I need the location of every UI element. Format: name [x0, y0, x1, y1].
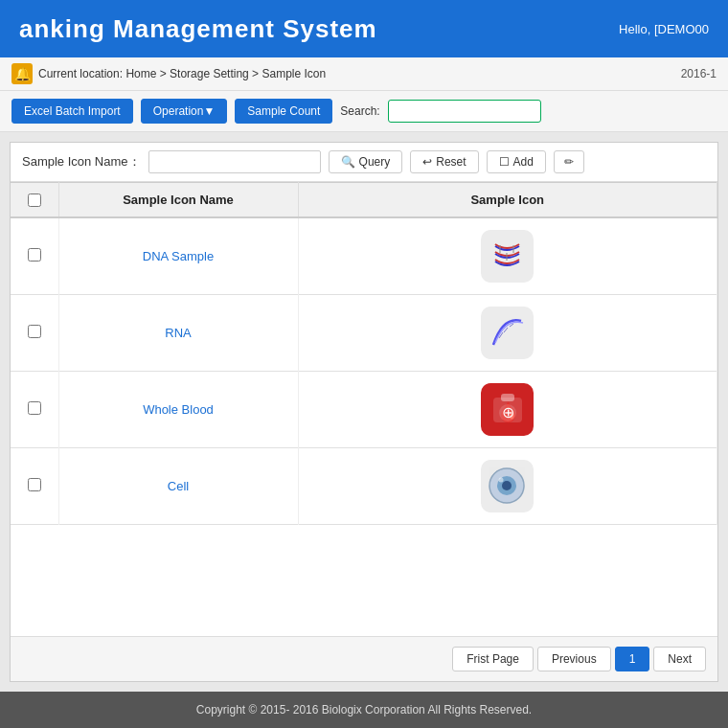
sample-icon-name-input[interactable] [148, 150, 321, 173]
app-header: anking Management System Hello, [DEMO00 [0, 0, 728, 57]
bell-icon: 🔔 [11, 63, 33, 84]
row-checkbox-cell [11, 372, 58, 448]
operation-button[interactable]: Operation▼ [141, 99, 228, 124]
row-icon-cell [298, 295, 717, 372]
row-icon-cell [298, 217, 717, 295]
next-button[interactable]: Next [653, 647, 706, 671]
col-checkbox [11, 183, 58, 218]
search-icon: 🔍 [341, 155, 355, 169]
row-name: Whole Blood [58, 372, 298, 448]
table-row: RNA [11, 295, 717, 372]
footer: Copyright © 2015- 2016 Biologix Corporat… [0, 692, 728, 728]
query-label: Query [359, 155, 391, 169]
search-input[interactable] [388, 100, 541, 123]
row-checkbox-cell [11, 217, 58, 295]
row-checkbox-cell [11, 448, 58, 525]
row-name: Cell [58, 448, 298, 525]
col-name-header: Sample Icon Name [58, 183, 298, 218]
add-button[interactable]: ☐ Add [487, 150, 546, 173]
filter-bar: Sample Icon Name： 🔍 Query ↩ Reset ☐ Add … [11, 143, 717, 182]
reset-icon: ↩ [422, 155, 432, 169]
row-checkbox[interactable] [28, 401, 41, 415]
sample-count-button[interactable]: Sample Count [235, 99, 332, 124]
footer-text: Copyright © 2015- 2016 Biologix Corporat… [196, 703, 532, 717]
row-checkbox[interactable] [28, 478, 41, 491]
add-icon: ☐ [499, 155, 510, 169]
svg-point-14 [499, 478, 504, 483]
reset-label: Reset [436, 155, 466, 169]
svg-text:⊕: ⊕ [501, 404, 513, 421]
toolbar: Excel Batch Import Operation▼ Sample Cou… [0, 91, 728, 132]
svg-point-13 [502, 481, 512, 490]
row-name: DNA Sample [58, 217, 298, 295]
breadcrumb-date: 2016-1 [681, 67, 717, 80]
table-row: Cell [11, 448, 717, 525]
user-greeting: Hello, [DEMO00 [619, 22, 709, 36]
breadcrumb-bar: 🔔 Current location: Home > Storage Setti… [0, 57, 728, 91]
row-checkbox-cell [11, 295, 58, 372]
svg-rect-7 [501, 394, 514, 401]
query-button[interactable]: 🔍 Query [329, 150, 403, 173]
table-row: DNA Sample [11, 217, 717, 295]
search-label: Search: [340, 104, 379, 118]
content-card: Sample Icon Name： 🔍 Query ↩ Reset ☐ Add … [10, 142, 718, 682]
breadcrumb-left: 🔔 Current location: Home > Storage Setti… [11, 63, 326, 84]
row-name: RNA [58, 295, 298, 372]
pagination-bar: Frist Page Previous 1 Next [11, 636, 717, 681]
page-1-button[interactable]: 1 [615, 647, 650, 671]
edit-button[interactable]: ✏ [554, 150, 584, 173]
row-icon-cell [298, 448, 717, 525]
reset-button[interactable]: ↩ Reset [410, 150, 478, 173]
add-label: Add [513, 155, 534, 169]
row-checkbox[interactable] [28, 325, 41, 338]
main-content: Sample Icon Name： 🔍 Query ↩ Reset ☐ Add … [0, 132, 728, 692]
excel-import-button[interactable]: Excel Batch Import [11, 99, 133, 124]
row-checkbox[interactable] [28, 248, 41, 262]
row-icon-cell: 🩸 ⊕ [298, 372, 717, 448]
app-title: anking Management System [19, 14, 377, 44]
table-row: Whole Blood 🩸 ⊕ [11, 372, 717, 448]
col-icon-header: Sample Icon [298, 183, 717, 218]
previous-button[interactable]: Previous [537, 647, 611, 671]
breadcrumb: Current location: Home > Storage Setting… [38, 67, 326, 80]
sample-icon-table: Sample Icon Name Sample Icon DNA Sample … [11, 182, 717, 525]
filter-name-label: Sample Icon Name： [22, 153, 141, 171]
table-container: Sample Icon Name Sample Icon DNA Sample … [11, 182, 717, 636]
first-page-button[interactable]: Frist Page [452, 647, 534, 671]
select-all-checkbox[interactable] [28, 193, 41, 207]
